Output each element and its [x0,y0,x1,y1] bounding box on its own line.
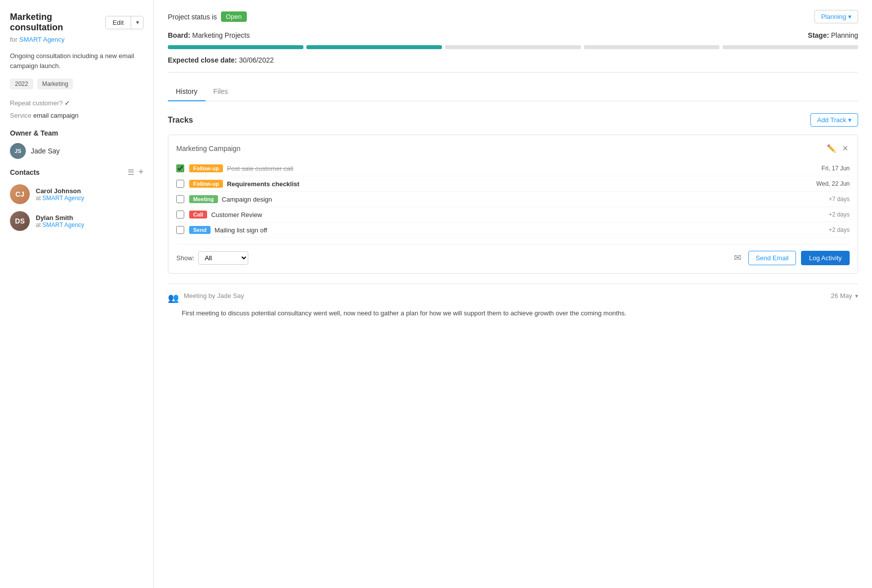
tags-row: 2022 Marketing [10,78,144,89]
send-email-button[interactable]: Send Email [748,251,796,265]
add-track-label: Add Track [817,116,846,124]
task-badge-1: Follow-up [189,164,223,172]
planning-button[interactable]: Planning ▾ [814,10,858,23]
progress-seg-3 [445,45,581,49]
dylan-company: at SMART Agency [36,221,84,228]
company-link[interactable]: SMART Agency [19,36,65,43]
status-prefix: Project status is [168,13,217,21]
add-track-chevron-icon: ▾ [848,116,852,124]
contacts-add-icon[interactable]: + [138,167,144,177]
owner-avatar: JS [10,143,26,159]
task-row-5: Send Mailing list sign off +2 days [176,222,850,238]
show-select[interactable]: All Open Completed [198,251,248,265]
task-badge-2: Follow-up [189,180,223,188]
contacts-header: Contacts ☰ + [10,167,144,177]
stage-info: Stage: Planning [808,31,858,39]
board-value: Marketing Projects [192,31,250,39]
tracks-header: Tracks Add Track ▾ [168,113,858,127]
progress-seg-5 [723,45,858,49]
dylan-avatar-img: DS [10,211,30,231]
status-badge: Open [221,11,247,22]
email-icon-button[interactable]: ✉ [732,250,743,265]
task-row-2: Follow-up Requirements checklist Wed, 22… [176,176,850,192]
meeting-body: First meeting to discuss potential consu… [168,308,858,319]
task-date-2: Wed, 22 Jun [816,180,850,187]
task-checkbox-3[interactable] [176,195,184,203]
tracks-title: Tracks [168,116,193,125]
contact-dylan: DS Dylan Smith at SMART Agency [10,211,144,231]
stage-label: Stage: [808,31,829,39]
service-field: Service email campaign [10,112,144,119]
carol-info: Carol Johnson at SMART Agency [36,187,84,202]
for-prefix: for [10,36,17,43]
task-row-3: Meeting Campaign design +7 days [176,192,850,207]
edit-btn-group: Edit ▾ [105,16,144,29]
track-close-icon[interactable]: ✕ [841,143,850,154]
board-label: Board: [168,31,190,39]
tab-files[interactable]: Files [206,82,236,101]
carol-avatar-img: CJ [10,184,30,204]
track-card-header: Marketing Campaign ✏️ ✕ [176,143,850,154]
track-card-marketing: Marketing Campaign ✏️ ✕ Follow-up Post s… [168,135,858,274]
service-label: Service [10,112,31,119]
progress-seg-1 [168,45,303,49]
contacts-actions: ☰ + [128,167,144,177]
meeting-date: 26 May [831,292,852,299]
tab-history[interactable]: History [168,82,206,101]
task-row-4: Call Customer Review +2 days [176,207,850,222]
status-row: Project status is Open Planning ▾ [168,10,858,23]
log-activity-button[interactable]: Log Activity [801,251,850,265]
track-edit-icon[interactable]: ✏️ [826,143,837,154]
meeting-right: 26 May ▾ [831,292,858,299]
show-label: Show: [176,254,194,262]
dylan-name: Dylan Smith [36,214,84,221]
close-date-row: Expected close date: 30/06/2022 [168,56,858,73]
meeting-chevron-icon[interactable]: ▾ [855,293,858,299]
task-date-3: +7 days [829,196,850,203]
project-title: Marketing consultation [10,12,105,33]
planning-label: Planning [821,13,846,20]
task-text-4: Customer Review [211,211,822,219]
task-checkbox-1[interactable] [176,164,184,172]
task-text-1: Post sale customer call [227,165,815,172]
track-card-actions: ✏️ ✕ [826,143,850,154]
close-date-label: Expected close date: [168,56,237,64]
task-badge-5: Send [189,226,211,234]
carol-company-link[interactable]: SMART Agency [42,195,84,202]
history-section: 👥 Meeting by Jade Say 26 May ▾ First mee… [168,284,858,319]
show-filter: Show: All Open Completed [176,251,248,265]
contacts-list-icon[interactable]: ☰ [128,168,134,177]
carol-avatar: CJ [10,184,30,204]
service-value: email campaign [33,112,78,119]
repeat-customer-value: ✓ [65,99,70,107]
dylan-company-link[interactable]: SMART Agency [42,221,84,228]
add-track-button[interactable]: Add Track ▾ [810,113,858,127]
task-badge-4: Call [189,211,207,219]
task-checkbox-5[interactable] [176,226,184,234]
task-badge-3: Meeting [189,195,218,203]
tag-2022[interactable]: 2022 [10,78,33,89]
task-checkbox-4[interactable] [176,211,184,219]
board-stage-row: Board: Marketing Projects Stage: Plannin… [168,31,858,39]
project-title-row: Marketing consultation Edit ▾ [10,12,144,33]
edit-button[interactable]: Edit [106,16,131,29]
meeting-row: 👥 Meeting by Jade Say 26 May ▾ [168,292,858,303]
tag-marketing[interactable]: Marketing [37,78,73,89]
status-left: Project status is Open [168,11,247,22]
task-date-1: Fri, 17 Jun [821,165,850,172]
contact-carol: CJ Carol Johnson at SMART Agency [10,184,144,204]
task-row-1: Follow-up Post sale customer call Fri, 1… [176,161,850,176]
task-text-3: Campaign design [222,196,823,203]
task-date-4: +2 days [829,211,850,218]
owner-section-title: Owner & Team [10,129,144,137]
right-panel: Project status is Open Planning ▾ Board:… [154,0,872,588]
board-info: Board: Marketing Projects [168,31,250,39]
project-description: Ongoing consultation including a new ema… [10,51,144,71]
track-card-title: Marketing Campaign [176,145,240,152]
repeat-customer-field: Repeat customer? ✓ [10,99,144,107]
progress-bar [168,45,858,49]
owner-name: Jade Say [31,147,60,155]
edit-dropdown-button[interactable]: ▾ [131,16,144,28]
task-checkbox-2[interactable] [176,180,184,188]
owner-row: JS Jade Say [10,143,144,159]
